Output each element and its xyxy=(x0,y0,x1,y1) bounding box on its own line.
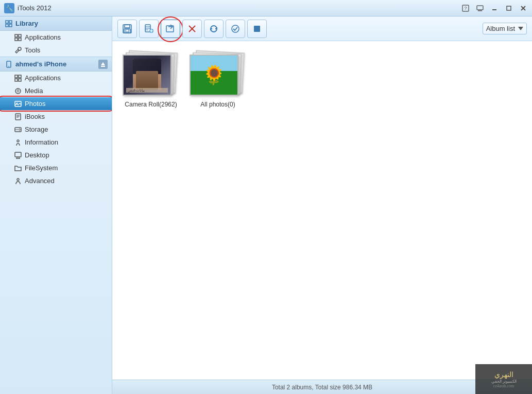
svg-rect-14 xyxy=(15,34,18,37)
photo-front: بيانات النص xyxy=(123,55,171,96)
lib-tools-label: Tools xyxy=(25,46,40,54)
delete-button[interactable] xyxy=(182,20,202,38)
dev-photos-label: Photos xyxy=(25,100,45,108)
all-photos-label: All photos(0) xyxy=(200,101,235,108)
window-controls: ? xyxy=(459,0,530,16)
sidebar: Library Applications Tools xyxy=(0,16,112,394)
applications-icon xyxy=(14,34,22,41)
album-camera-roll[interactable]: بيانات النص Camera Roll(2962) xyxy=(123,51,179,108)
sidebar-item-dev-ibooks[interactable]: iBooks xyxy=(0,110,112,123)
dev-applications-icon xyxy=(14,75,22,82)
dev-applications-label: Applications xyxy=(25,74,61,82)
svg-rect-11 xyxy=(9,21,12,23)
monitor-button[interactable] xyxy=(473,3,487,13)
eject-button[interactable] xyxy=(98,60,108,69)
close-button[interactable] xyxy=(517,3,530,13)
device-icon xyxy=(5,61,12,68)
view-select[interactable]: Album list xyxy=(483,23,527,34)
stop-button[interactable] xyxy=(247,20,267,38)
desktop-icon xyxy=(14,152,22,159)
svg-point-28 xyxy=(17,90,19,92)
filesystem-icon xyxy=(14,165,22,172)
camera-roll-stack: بيانات النص xyxy=(123,51,179,98)
storage-icon xyxy=(14,126,22,133)
sidebar-item-dev-media[interactable]: Media xyxy=(0,84,112,97)
svg-rect-15 xyxy=(19,34,21,37)
new-button[interactable] xyxy=(139,20,159,38)
watermark-logo: النهري الكمبيوتر الخفي ce4arab.com xyxy=(491,370,517,388)
sidebar-item-lib-applications[interactable]: Applications xyxy=(0,31,112,44)
information-icon xyxy=(14,139,22,146)
svg-rect-17 xyxy=(19,38,21,41)
dev-advanced-label: Advanced xyxy=(25,177,55,185)
sidebar-item-dev-advanced[interactable]: Advanced xyxy=(0,174,112,187)
watermark: النهري الكمبيوتر الخفي ce4arab.com xyxy=(475,364,532,394)
svg-rect-24 xyxy=(19,75,21,78)
device-header[interactable]: ahmed's iPhone xyxy=(0,57,112,71)
maximize-button[interactable] xyxy=(502,3,516,13)
export-button[interactable] xyxy=(161,20,180,38)
save-button[interactable] xyxy=(117,20,137,38)
all-photos-stack xyxy=(190,51,246,98)
svg-rect-49 xyxy=(126,29,129,32)
tools-icon xyxy=(14,47,22,54)
svg-rect-7 xyxy=(507,6,511,10)
svg-rect-16 xyxy=(15,38,18,41)
advanced-icon xyxy=(14,177,22,185)
svg-rect-2 xyxy=(477,6,483,10)
dropdown-arrow-icon xyxy=(518,27,523,30)
svg-point-38 xyxy=(19,128,20,129)
minimize-button[interactable] xyxy=(488,3,501,13)
sidebar-item-dev-filesystem[interactable]: FileSystem xyxy=(0,162,112,174)
album-all-photos[interactable]: All photos(0) xyxy=(190,51,246,108)
dev-information-label: Information xyxy=(25,138,58,146)
svg-rect-25 xyxy=(15,79,18,81)
svg-point-39 xyxy=(19,130,20,131)
sidebar-item-dev-storage[interactable]: Storage xyxy=(0,123,112,136)
toolbar: Album list xyxy=(112,16,532,41)
library-icon xyxy=(5,20,12,27)
svg-text:?: ? xyxy=(464,6,467,11)
sidebar-item-lib-tools[interactable]: Tools xyxy=(0,44,112,57)
library-header-label: Library xyxy=(15,20,38,27)
camera-roll-label: Camera Roll(2962) xyxy=(125,101,177,108)
sidebar-item-dev-desktop[interactable]: Desktop xyxy=(0,149,112,162)
svg-rect-26 xyxy=(19,79,21,81)
dev-storage-label: Storage xyxy=(25,126,48,133)
dev-ibooks-label: iBooks xyxy=(25,113,45,120)
dev-filesystem-label: FileSystem xyxy=(25,164,58,172)
device-header-label: ahmed's iPhone xyxy=(15,60,66,68)
device-section: ahmed's iPhone Applications xyxy=(0,57,112,187)
help-button[interactable]: ? xyxy=(459,3,472,13)
content-main: بيانات النص Camera Roll(2962) xyxy=(112,41,532,380)
sidebar-item-dev-applications[interactable]: Applications xyxy=(0,71,112,84)
sidebar-item-dev-information[interactable]: Information xyxy=(0,136,112,149)
check-button[interactable] xyxy=(226,20,245,38)
svg-rect-12 xyxy=(6,24,8,27)
sidebar-item-dev-photos[interactable]: Photos xyxy=(0,97,112,110)
ibooks-icon xyxy=(14,113,22,120)
svg-point-18 xyxy=(18,47,21,50)
statusbar: Total 2 albums, Total size 986.34 MB xyxy=(112,380,532,394)
svg-rect-32 xyxy=(15,114,21,120)
svg-rect-47 xyxy=(125,25,130,28)
sunflower-image xyxy=(191,56,237,95)
app-icon: 🔧 xyxy=(4,3,14,13)
view-select-label: Album list xyxy=(486,25,515,32)
svg-rect-59 xyxy=(254,26,260,32)
library-header[interactable]: Library xyxy=(0,16,112,31)
svg-point-40 xyxy=(17,140,19,142)
statusbar-text: Total 2 albums, Total size 986.34 MB xyxy=(272,384,372,391)
dev-desktop-label: Desktop xyxy=(25,151,49,159)
lib-applications-label: Applications xyxy=(25,33,61,41)
titlebar: 🔧 iTools 2012 ? xyxy=(0,0,532,16)
svg-rect-41 xyxy=(15,152,21,157)
camera-roll-image: بيانات النص xyxy=(124,56,170,95)
media-icon xyxy=(14,87,22,95)
refresh-button[interactable] xyxy=(204,20,224,38)
svg-rect-10 xyxy=(6,21,8,23)
photos-icon xyxy=(14,100,22,108)
svg-marker-21 xyxy=(101,62,105,65)
svg-point-45 xyxy=(17,178,19,181)
svg-point-58 xyxy=(232,25,239,32)
